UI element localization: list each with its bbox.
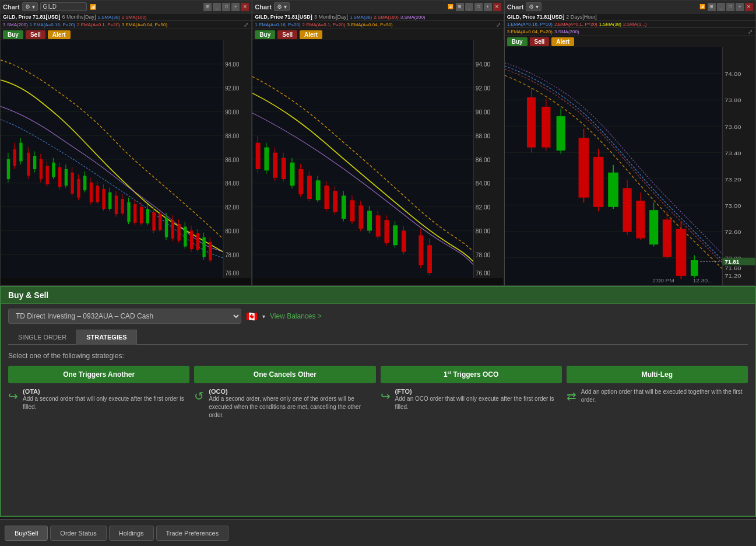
chart-search-1[interactable]	[40, 2, 87, 11]
chart-gear-btn-1[interactable]: ⚙ ▾	[22, 2, 38, 11]
sell-button-1[interactable]: Sell	[26, 30, 45, 39]
chart-header-2: Chart ⚙ ▾ 📶 ⊞ _ □ + ✕	[252, 1, 503, 13]
chart-actions-3: Buy Sell Alert	[505, 36, 755, 47]
svg-rect-132	[402, 230, 406, 251]
charts-area: Chart ⚙ ▾ 📶 ⊞ _ □ + ✕ GILD, Price 71.81[…	[0, 0, 756, 286]
svg-text:2:00 PM: 2:00 PM	[652, 278, 674, 283]
svg-text:86.00: 86.00	[476, 157, 491, 163]
svg-rect-56	[152, 212, 155, 231]
svg-rect-26	[58, 167, 61, 187]
svg-text:86.00: 86.00	[225, 156, 240, 163]
nav-btn-buysell[interactable]: Buy/Sell	[5, 526, 48, 541]
chart-restore-btn-3[interactable]: □	[726, 3, 734, 11]
svg-rect-114	[325, 186, 329, 209]
strategy-col-ota: One Triggers Another ↪ (OTA) Add a secon…	[8, 366, 189, 421]
multileg-text: Add an option order that will be execute…	[581, 388, 748, 404]
buy-button-1[interactable]: Buy	[3, 30, 23, 39]
nav-btn-orderstatus[interactable]: Order Status	[50, 526, 106, 541]
strategy-desc-multileg: ⇄ Add an option order that will be execu…	[567, 387, 748, 405]
chart-ind2-1: 2.SMA(100)	[122, 15, 147, 20]
svg-text:94.00: 94.00	[476, 61, 491, 68]
sell-button-3[interactable]: Sell	[530, 37, 550, 46]
chart-gear-btn-3[interactable]: ⚙ ▾	[526, 2, 541, 11]
nav-btn-holdings[interactable]: Holdings	[109, 526, 154, 541]
strategy-btn-multileg[interactable]: Multi-Leg	[567, 366, 748, 383]
svg-text:82.00: 82.00	[476, 204, 491, 211]
oco-text: (OCO) Add a second order, where only one…	[209, 388, 375, 419]
svg-text:74.00: 74.00	[725, 71, 741, 77]
strategies-grid: One Triggers Another ↪ (OTA) Add a secon…	[8, 366, 748, 421]
chart-expand-icon-3[interactable]: ⤢	[747, 29, 753, 35]
svg-rect-66	[184, 227, 187, 247]
chart-min-btn-1[interactable]: _	[213, 3, 221, 11]
svg-rect-44	[115, 195, 118, 214]
chart-close-btn-1[interactable]: ✕	[241, 3, 249, 11]
chart-ind6-2: 3.EMA(A=0.04, P=50)	[347, 22, 392, 27]
chart-ind4-2: 1.EMA(A=0.16, P=20)	[255, 22, 300, 27]
svg-text:88.00: 88.00	[476, 133, 491, 139]
svg-rect-122	[359, 205, 364, 229]
svg-text:78.00: 78.00	[225, 252, 240, 258]
chart-info-bar-3c: 3.EMA(A=0.04, P=20) 3.SMA(200) ⤢	[505, 28, 755, 36]
chart-layout-btn-1[interactable]: ⊞	[203, 3, 212, 11]
strategy-desc-fto: ↪ (FTO) Add an OCO order that will only …	[381, 387, 562, 412]
tabs-row: SINGLE ORDER STRATEGIES	[8, 330, 748, 345]
tab-strategies[interactable]: STRATEGIES	[76, 330, 136, 345]
svg-text:73.20: 73.20	[725, 176, 741, 183]
buy-button-3[interactable]: Buy	[507, 37, 528, 46]
chart-title-1: Chart	[3, 4, 20, 10]
alert-button-1[interactable]: Alert	[48, 30, 71, 39]
account-select[interactable]: TD Direct Investing – 0932AUA – CAD Cash	[8, 309, 241, 324]
chart-min-btn-2[interactable]: _	[465, 3, 473, 11]
multileg-icon: ⇄	[567, 389, 576, 403]
sell-button-2[interactable]: Sell	[277, 30, 297, 39]
chart-pop-btn-1[interactable]: +	[231, 3, 240, 11]
strategy-btn-oco[interactable]: One Cancels Other	[194, 366, 375, 383]
chart-gear-btn-2[interactable]: ⚙ ▾	[274, 2, 290, 11]
alert-button-3[interactable]: Alert	[551, 37, 574, 46]
ota-icon: ↪	[8, 389, 18, 403]
tab-single-order[interactable]: SINGLE ORDER	[8, 330, 76, 344]
chart-expand-icon-1[interactable]: ⤢	[243, 22, 249, 28]
chart-svg-1: 94.00 92.00 90.00 88.00 86.00 84.00 82.0…	[1, 40, 251, 278]
chart-header-3: Chart ⚙ ▾ 📶 ⊞ _ □ + ✕	[505, 1, 755, 13]
chart-symbol-2: GILD, Price 71.81[USD]	[255, 14, 312, 20]
alert-button-2[interactable]: Alert	[300, 30, 322, 39]
svg-text:94.00: 94.00	[225, 61, 240, 68]
chart-layout-btn-3[interactable]: ⊞	[708, 3, 716, 11]
svg-rect-110	[307, 176, 312, 199]
chart-title-2: Chart	[255, 4, 272, 10]
svg-text:92.00: 92.00	[476, 85, 491, 92]
chart-layout-btn-2[interactable]: ⊞	[456, 3, 464, 11]
buy-button-2[interactable]: Buy	[255, 30, 275, 39]
chart-expand-icon-2[interactable]: ⤢	[495, 22, 501, 28]
svg-text:12.30...: 12.30...	[692, 278, 712, 283]
oco-icon: ↺	[194, 389, 204, 403]
chart-pop-btn-3[interactable]: +	[736, 3, 744, 11]
chart-info-bar-1: GILD, Price 71.81[USD] 6 Months[Day] 1.S…	[1, 13, 251, 21]
chart-restore-btn-2[interactable]: □	[474, 3, 483, 11]
chart-min-btn-3[interactable]: _	[717, 3, 725, 11]
chart-pop-btn-2[interactable]: +	[484, 3, 492, 11]
chart-close-btn-3[interactable]: ✕	[745, 3, 753, 11]
chart-info-bar-2: GILD, Price 71.81[USD] 3 Months[Day] 1.S…	[252, 13, 503, 21]
strategy-btn-fto[interactable]: 1st Triggers OCO	[381, 366, 562, 383]
chart-window-controls-1: ⊞ _ □ + ✕	[203, 3, 249, 11]
oco-abbr: (OCO)	[209, 388, 375, 395]
chart-close-btn-2[interactable]: ✕	[493, 3, 501, 11]
svg-text:71.20: 71.20	[725, 272, 741, 279]
view-balances-link[interactable]: View Balances >	[270, 312, 322, 320]
multileg-description: Add an option order that will be execute…	[581, 388, 748, 404]
chart-info-bar-1b: 3.SMA(200) 1.EMA(A=0.16, P=20) 2.EMA(A=0…	[1, 21, 251, 29]
fto-abbr: (FTO)	[395, 388, 562, 395]
chart-actions-1: Buy Sell Alert	[1, 29, 251, 40]
chart-restore-btn-1[interactable]: □	[222, 3, 230, 11]
chart-ind5-3: 3.EMA(A=0.04, P=20)	[507, 29, 553, 34]
chart-ind3-3: 1.SMA(38)	[599, 22, 621, 27]
strategy-btn-ota[interactable]: One Triggers Another	[8, 366, 189, 383]
fto-icon: ↪	[381, 389, 391, 403]
chart-ind5-1: 2.EMA(A=0.1, P=20)	[77, 22, 120, 27]
panel-content: TD Direct Investing – 0932AUA – CAD Cash…	[1, 304, 755, 432]
svg-text:92.00: 92.00	[225, 85, 240, 92]
nav-btn-tradeprefs[interactable]: Trade Preferences	[156, 526, 229, 541]
